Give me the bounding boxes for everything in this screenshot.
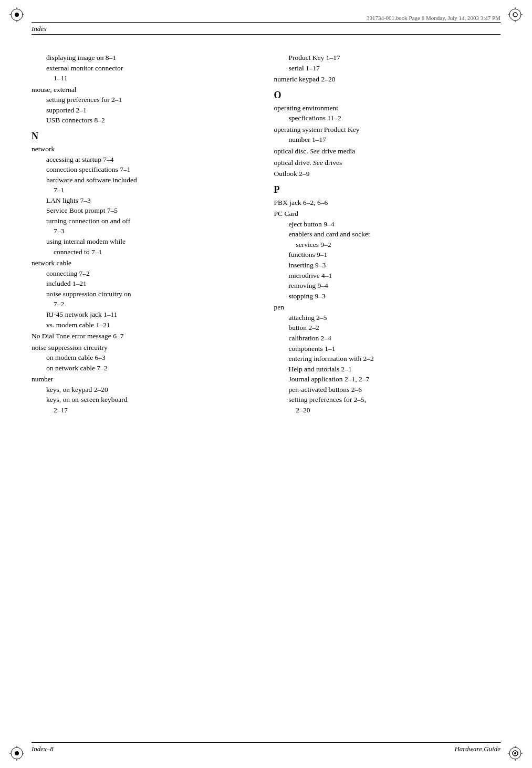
list-item: specfications 11–2 (274, 113, 501, 123)
corner-mark-tr (508, 7, 523, 22)
footer-rule (32, 742, 500, 743)
section-O: O operating environment specfications 11… (274, 90, 501, 179)
list-item: number 1–17 (274, 134, 501, 145)
list-item: network (32, 144, 258, 154)
list-item: hardware and software included (32, 175, 258, 185)
list-item: network cable (32, 258, 258, 268)
list-item: connected to 7–1 (32, 247, 258, 257)
left-column: displaying image on 8–1 external monitor… (32, 53, 258, 726)
svg-point-7 (513, 13, 517, 17)
section-N: N network accessing at startup 7–4 conne… (32, 131, 258, 416)
section-letter-N: N (32, 131, 258, 142)
svg-point-6 (509, 9, 521, 20)
header-title: Index (32, 23, 500, 34)
list-item: 7–3 (32, 226, 258, 236)
list-item: functions 9–1 (274, 250, 501, 260)
list-item: serial 1–17 (274, 63, 501, 74)
list-item: LAN lights 7–3 (32, 195, 258, 206)
list-item: optical drive. See drives (274, 158, 501, 168)
list-item: operating system Product Key (274, 124, 501, 135)
right-column: Product Key 1–17 serial 1–17 numeric key… (274, 53, 501, 726)
list-item: 7–1 (32, 185, 258, 195)
list-item: Product Key 1–17 (274, 53, 501, 63)
svg-point-1 (15, 13, 19, 17)
corner-mark-tl (9, 7, 24, 22)
list-item: PBX jack 6–2, 6–6 (274, 198, 501, 208)
list-item: enablers and card and socket (274, 229, 501, 240)
page: 331734-001.book Page 8 Monday, July 14, … (0, 0, 532, 768)
list-item: 1–11 (32, 73, 258, 84)
list-item: eject button 9–4 (274, 219, 501, 230)
footer-title: Hardware Guide (454, 745, 500, 753)
list-item: stopping 9–3 (274, 291, 501, 302)
list-item: connection specifications 7–1 (32, 164, 258, 175)
list-item: noise suppression circuitry on (32, 289, 258, 299)
content-area: displaying image on 8–1 external monitor… (32, 53, 500, 726)
list-item: inserting 9–3 (274, 260, 501, 271)
list-item: Outlook 2–9 (274, 169, 501, 179)
list-item: mouse, external (32, 85, 258, 95)
list-item: button 2–2 (274, 323, 501, 333)
header-rule-bottom (32, 34, 500, 35)
list-item: No Dial Tone error message 6–7 (32, 331, 258, 341)
list-item: 2–20 (274, 405, 501, 416)
list-item: Journal application 2–1, 2–7 (274, 374, 501, 385)
list-item: Help and tutorials 2–1 (274, 364, 501, 375)
list-item: turning connection on and off (32, 216, 258, 226)
list-item: RJ-45 network jack 1–11 (32, 309, 258, 320)
svg-point-13 (15, 751, 19, 755)
list-item: connecting 7–2 (32, 268, 258, 279)
svg-point-20 (514, 752, 516, 754)
list-item: external monitor connector (32, 63, 258, 74)
list-item: numeric keypad 2–20 (274, 74, 501, 85)
intro-entries-right: Product Key 1–17 serial 1–17 numeric key… (274, 53, 501, 85)
section-letter-O: O (274, 90, 501, 101)
corner-mark-bl (9, 746, 24, 761)
list-item: setting preferences for 2–5, (274, 395, 501, 405)
list-item: 7–2 (32, 299, 258, 309)
list-item: number (32, 374, 258, 385)
list-item: vs. modem cable 1–21 (32, 320, 258, 330)
list-item: on modem cable 6–3 (32, 352, 258, 363)
list-item: entering information with 2–2 (274, 354, 501, 364)
list-item: on network cable 7–2 (32, 363, 258, 373)
list-item: microdrive 4–1 (274, 271, 501, 281)
list-item: PC Card (274, 209, 501, 219)
list-item: removing 9–4 (274, 281, 501, 291)
list-item: pen-activated buttons 2–6 (274, 385, 501, 395)
list-item: operating environment (274, 103, 501, 113)
list-item: supported 2–1 (32, 105, 258, 116)
footer: Index–8 Hardware Guide (32, 742, 500, 753)
list-item: included 1–21 (32, 278, 258, 289)
list-item: 2–17 (32, 405, 258, 416)
header: 331734-001.book Page 8 Monday, July 14, … (32, 15, 500, 35)
list-item: keys, on keypad 2–20 (32, 385, 258, 395)
list-item: accessing at startup 7–4 (32, 154, 258, 165)
list-item: displaying image on 8–1 (32, 53, 258, 63)
list-item: services 9–2 (274, 240, 501, 250)
list-item: USB connectors 8–2 (32, 115, 258, 126)
footer-content: Index–8 Hardware Guide (32, 745, 500, 753)
list-item: optical disc. See drive media (274, 146, 501, 157)
list-item: noise suppression circuitry (32, 343, 258, 353)
list-item: keys, on on-screen keyboard (32, 395, 258, 405)
list-item: pen (274, 302, 501, 313)
list-item: Service Boot prompt 7–5 (32, 205, 258, 216)
list-item: setting preferences for 2–1 (32, 95, 258, 105)
corner-mark-br (508, 746, 523, 761)
intro-entries-left: displaying image on 8–1 external monitor… (32, 53, 258, 126)
list-item: calibration 2–4 (274, 333, 501, 344)
section-letter-P: P (274, 184, 501, 195)
list-item: attaching 2–5 (274, 313, 501, 323)
list-item: using internal modem while (32, 236, 258, 247)
section-P: P PBX jack 6–2, 6–6 PC Card eject button… (274, 184, 501, 416)
footer-page: Index–8 (32, 745, 54, 753)
header-file-info: 331734-001.book Page 8 Monday, July 14, … (32, 15, 500, 21)
list-item: components 1–1 (274, 344, 501, 354)
